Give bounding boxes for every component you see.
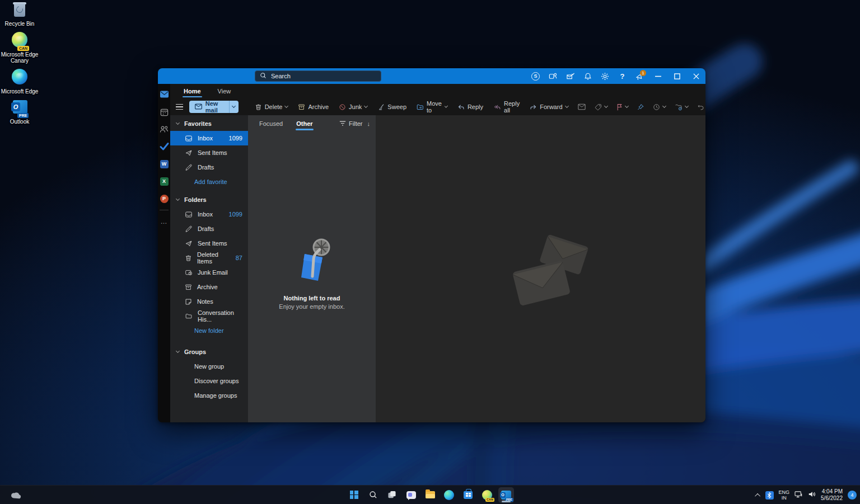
folder-archive[interactable]: Archive xyxy=(170,280,248,294)
new-group-item[interactable]: New group xyxy=(170,359,248,374)
sweep-button[interactable]: Sweep xyxy=(373,101,410,113)
feedback-megaphone-icon[interactable]: 1 xyxy=(631,68,648,84)
folder-deleted-items[interactable]: Deleted Items 87 xyxy=(170,251,248,265)
tab-home[interactable]: Home xyxy=(183,86,202,97)
sort-order-icon[interactable]: ↓ xyxy=(367,120,371,127)
teams-icon[interactable] xyxy=(544,68,562,84)
maximize-button[interactable] xyxy=(667,68,686,84)
skype-icon[interactable]: S xyxy=(527,68,544,84)
rail-word-icon[interactable]: W xyxy=(158,158,170,170)
desktop-icon-outlook[interactable]: PRE Outlook xyxy=(0,98,39,126)
outlook-button[interactable]: PRE xyxy=(498,487,514,503)
edge-icon xyxy=(11,69,29,87)
reply-all-button[interactable]: Reply all xyxy=(489,98,524,116)
folder-sent-items[interactable]: Sent Items xyxy=(170,236,248,251)
tab-view[interactable]: View xyxy=(217,86,232,97)
folders-section-header[interactable]: Folders xyxy=(170,192,248,207)
chat-button[interactable] xyxy=(403,487,419,503)
forward-button[interactable]: Forward xyxy=(526,101,572,113)
app-body: W X P … Home View xyxy=(158,84,705,422)
task-view-button[interactable] xyxy=(384,487,400,503)
help-icon[interactable]: ? xyxy=(614,68,631,84)
edge-icon xyxy=(444,490,454,500)
tab-other[interactable]: Other xyxy=(291,117,318,130)
manage-groups-item[interactable]: Manage groups xyxy=(170,388,248,403)
rules-folder-icon[interactable] xyxy=(671,101,691,113)
folder-drafts-favorite[interactable]: Drafts xyxy=(170,160,248,175)
folder-conversation-history[interactable]: Conversation His... xyxy=(170,309,248,323)
volume-icon[interactable] xyxy=(808,490,816,500)
language-indicator[interactable]: ENG IN xyxy=(779,489,790,501)
start-button[interactable] xyxy=(346,487,362,503)
snooze-clock-icon[interactable] xyxy=(649,101,669,113)
widgets-weather-icon[interactable] xyxy=(8,488,25,502)
edge-button[interactable] xyxy=(441,487,457,503)
network-icon[interactable] xyxy=(794,490,803,500)
ribbon-toolbar: New mail Delete Archive xyxy=(170,98,705,115)
desktop-icon-recycle-bin[interactable]: Recycle Bin xyxy=(0,0,39,29)
draft-pencil-icon xyxy=(185,164,193,171)
folder-drafts[interactable]: Drafts xyxy=(170,222,248,236)
pin-icon[interactable] xyxy=(634,101,647,113)
new-mail-dropdown[interactable] xyxy=(229,101,239,113)
groups-section-header[interactable]: Groups xyxy=(170,345,248,359)
archive-button[interactable]: Archive xyxy=(294,101,333,113)
junk-blocked-icon xyxy=(185,269,193,276)
rail-people-icon[interactable] xyxy=(158,123,170,135)
folder-inbox[interactable]: Inbox 1099 xyxy=(170,207,248,222)
hidden-icons-chevron[interactable] xyxy=(755,493,760,498)
rail-more-icon[interactable]: … xyxy=(158,215,170,228)
rail-excel-icon[interactable]: X xyxy=(158,175,170,187)
categorize-tag-icon[interactable] xyxy=(591,101,611,113)
store-button[interactable] xyxy=(460,487,476,503)
folder-junk-email[interactable]: Junk Email xyxy=(170,265,248,280)
new-folder-link[interactable]: New folder xyxy=(170,323,248,338)
rail-todo-icon[interactable] xyxy=(158,140,170,153)
undo-icon[interactable] xyxy=(694,101,706,112)
folder-sent-items-favorite[interactable]: Sent Items xyxy=(170,145,248,160)
folder-pane: Favorites Inbox 1099 Sent Items xyxy=(170,115,248,422)
notification-count-badge[interactable]: 4 xyxy=(848,491,857,500)
move-to-button[interactable]: Move to xyxy=(413,98,451,116)
taskbar-search-button[interactable] xyxy=(365,487,381,503)
file-explorer-button[interactable] xyxy=(422,487,438,503)
rail-powerpoint-icon[interactable]: P xyxy=(158,192,170,205)
search-input[interactable]: Search xyxy=(255,70,381,82)
rail-mail-icon[interactable] xyxy=(158,88,170,101)
junk-button[interactable]: Junk xyxy=(335,101,371,113)
favorites-section-header[interactable]: Favorites xyxy=(170,116,248,131)
preview-badge: PRE xyxy=(505,498,513,502)
tab-focused[interactable]: Focused xyxy=(254,117,288,130)
delete-button[interactable]: Delete xyxy=(251,101,292,113)
outlook-window: Search S ? xyxy=(158,68,705,422)
clock[interactable]: 4:04 PM 5/6/2022 xyxy=(821,488,843,502)
rail-calendar-icon[interactable] xyxy=(158,106,170,118)
main-area: Home View New mail xyxy=(170,84,705,422)
bluetooth-icon[interactable] xyxy=(765,491,774,500)
item-count: 87 xyxy=(236,255,248,261)
desktop-icon-edge-canary[interactable]: CAN Microsoft Edge Canary xyxy=(0,31,39,65)
discover-groups-item[interactable]: Discover groups xyxy=(170,374,248,388)
new-mail-envelope-icon xyxy=(195,103,202,111)
folder-inbox-favorite[interactable]: Inbox 1099 xyxy=(170,131,248,145)
desktop-icon-edge[interactable]: Microsoft Edge xyxy=(0,68,39,96)
forward-arrow-icon xyxy=(530,103,537,111)
new-mail-button[interactable]: New mail xyxy=(189,101,239,113)
read-unread-icon[interactable] xyxy=(574,101,589,112)
hamburger-menu-icon[interactable] xyxy=(175,101,185,113)
folder-notes[interactable]: Notes xyxy=(170,294,248,309)
store-icon xyxy=(464,491,473,499)
notifications-bell-icon[interactable] xyxy=(579,68,596,84)
reply-button[interactable]: Reply xyxy=(454,101,487,113)
empty-inbox-illustration xyxy=(288,237,336,286)
junk-blocked-icon xyxy=(339,103,346,111)
flag-icon[interactable] xyxy=(613,101,632,113)
minimize-button[interactable] xyxy=(648,68,667,84)
close-button[interactable] xyxy=(686,68,705,84)
outlook-icon: PRE xyxy=(11,99,29,117)
add-favorite-link[interactable]: Add favorite xyxy=(170,175,248,189)
mail-check-icon[interactable] xyxy=(562,68,579,84)
settings-gear-icon[interactable] xyxy=(596,68,614,84)
edge-canary-button[interactable]: CAN xyxy=(479,487,495,503)
filter-button[interactable]: Filter xyxy=(339,120,362,128)
